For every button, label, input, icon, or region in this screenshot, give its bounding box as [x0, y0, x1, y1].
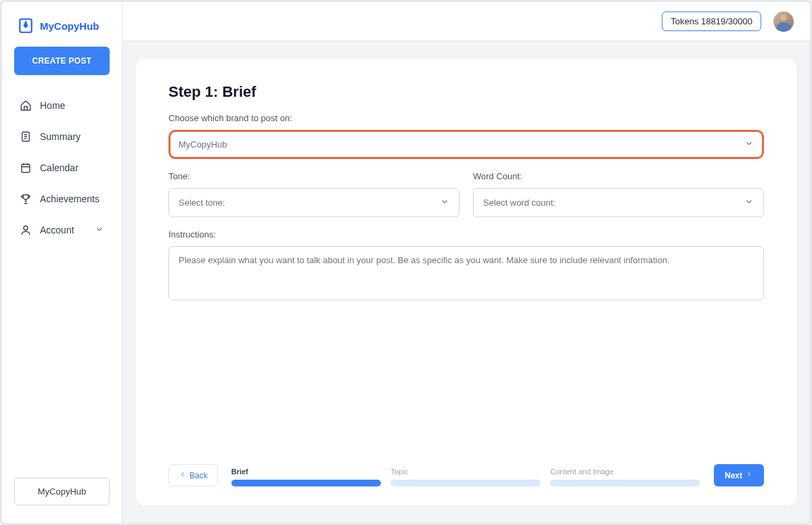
brand-field: Choose which brand to post on: MyCopyHub	[168, 113, 764, 159]
wizard-card: Step 1: Brief Choose which brand to post…	[136, 59, 796, 505]
progress-bar	[390, 480, 541, 486]
sidebar-item-label: Summary	[40, 131, 81, 142]
sidebar-item-account[interactable]: Account	[12, 217, 112, 243]
wizard-footer: Back Brief Topic Content and Image Next	[168, 464, 764, 486]
sidebar: MyCopyHub CREATE POST Home Summary Calen…	[2, 2, 122, 523]
sidebar-footer: MyCopyHub	[2, 478, 122, 523]
progress-step-label: Brief	[231, 467, 382, 476]
calendar-icon	[20, 162, 32, 174]
instructions-label: Instructions:	[168, 229, 764, 239]
sidebar-item-calendar[interactable]: Calendar	[12, 155, 112, 181]
chevron-right-icon	[745, 470, 753, 480]
tone-label: Tone:	[168, 171, 459, 181]
chevron-down-icon	[744, 197, 754, 208]
instructions-field: Instructions:	[168, 229, 764, 300]
logo-icon	[17, 17, 35, 35]
sidebar-item-label: Account	[40, 225, 74, 235]
sidebar-item-label: Calendar	[40, 162, 78, 173]
user-icon	[20, 224, 32, 236]
chevron-down-icon	[95, 225, 104, 236]
trophy-icon	[20, 193, 32, 205]
svg-point-3	[24, 226, 28, 230]
progress-bar	[550, 480, 700, 486]
main: Step 1: Brief Choose which brand to post…	[122, 41, 810, 523]
tone-select[interactable]: Select tone:	[168, 188, 459, 217]
sidebar-nav: Home Summary Calendar Achievements Accou…	[2, 93, 122, 243]
workspace-switcher-button[interactable]: MyCopyHub	[14, 478, 110, 505]
logo-text: MyCopyHub	[40, 20, 99, 32]
create-post-button[interactable]: CREATE POST	[14, 47, 110, 75]
progress-steps: Brief Topic Content and Image	[231, 467, 700, 486]
instructions-textarea[interactable]	[168, 246, 764, 300]
chevron-down-icon	[440, 197, 449, 208]
next-button[interactable]: Next	[714, 464, 764, 486]
logo[interactable]: MyCopyHub	[2, 14, 122, 47]
tone-field: Tone: Select tone:	[168, 171, 459, 217]
brand-select-value: MyCopyHub	[179, 139, 227, 150]
chevron-down-icon	[744, 139, 754, 150]
home-icon	[20, 99, 32, 112]
progress-bar	[231, 480, 382, 486]
progress-step-topic: Topic	[390, 467, 541, 486]
sidebar-item-label: Home	[40, 100, 65, 111]
back-button[interactable]: Back	[168, 464, 218, 486]
page-icon	[20, 131, 32, 143]
sidebar-item-home[interactable]: Home	[12, 93, 112, 118]
progress-step-label: Topic	[390, 467, 541, 476]
wordcount-select-value: Select word count:	[483, 198, 556, 208]
svg-rect-2	[22, 164, 30, 173]
sidebar-item-achievements[interactable]: Achievements	[12, 186, 112, 212]
progress-step-label: Content and Image	[550, 467, 700, 476]
chevron-left-icon	[179, 470, 187, 480]
tone-select-value: Select tone:	[179, 198, 225, 208]
back-button-label: Back	[189, 471, 208, 480]
avatar[interactable]	[773, 12, 794, 32]
next-button-label: Next	[725, 471, 742, 480]
progress-step-brief: Brief	[231, 467, 382, 486]
wordcount-field: Word Count: Select word count:	[473, 171, 764, 217]
sidebar-item-summary[interactable]: Summary	[12, 124, 112, 150]
topbar: Tokens 18819/30000	[122, 2, 810, 41]
brand-select[interactable]: MyCopyHub	[168, 130, 764, 159]
brand-label: Choose which brand to post on:	[168, 113, 764, 123]
token-counter[interactable]: Tokens 18819/30000	[662, 12, 761, 31]
step-title: Step 1: Brief	[168, 83, 764, 101]
sidebar-item-label: Achievements	[40, 193, 99, 204]
wordcount-label: Word Count:	[473, 171, 764, 181]
wordcount-select[interactable]: Select word count:	[473, 188, 764, 217]
progress-step-content: Content and Image	[550, 467, 700, 486]
